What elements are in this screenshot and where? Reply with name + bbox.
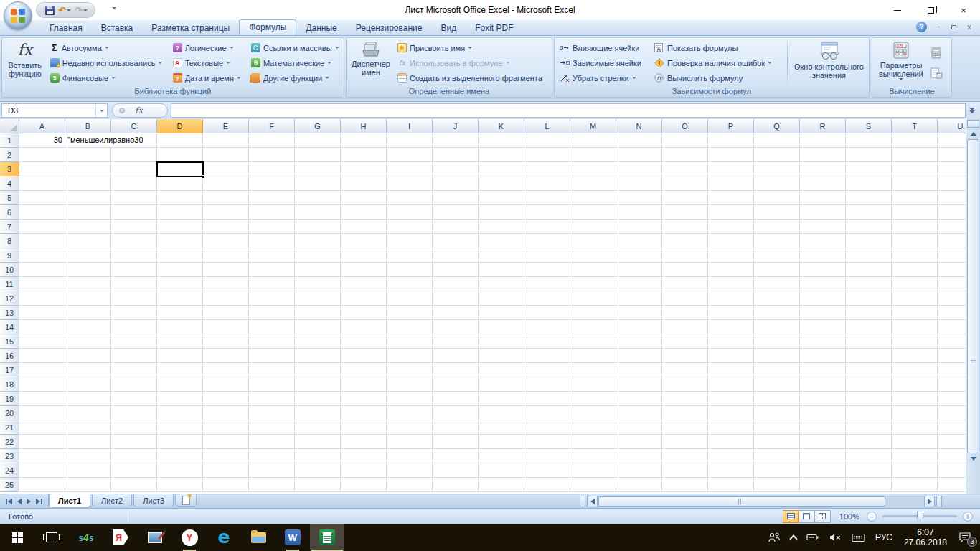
- cell-O15[interactable]: [662, 334, 708, 349]
- fill-handle[interactable]: [202, 175, 205, 179]
- cell-Q21[interactable]: [754, 420, 800, 435]
- cell-O2[interactable]: [662, 148, 708, 162]
- cell-B25[interactable]: [65, 478, 111, 492]
- cell-Q11[interactable]: [754, 277, 800, 291]
- cell-J19[interactable]: [433, 392, 479, 406]
- cell-D8[interactable]: [157, 234, 203, 248]
- cell-A16[interactable]: [19, 349, 65, 363]
- column-header-D[interactable]: D: [157, 119, 203, 133]
- cell-S3[interactable]: [846, 162, 892, 176]
- cell-D14[interactable]: [157, 320, 203, 334]
- cell-F13[interactable]: [249, 306, 295, 320]
- cell-L4[interactable]: [524, 176, 570, 191]
- cell-N23[interactable]: [616, 449, 662, 463]
- cell-E12[interactable]: [203, 291, 249, 306]
- tab-page-layout[interactable]: Разметка страницы: [142, 21, 239, 35]
- taskbar-app-word[interactable]: W: [275, 524, 310, 551]
- cell-T3[interactable]: [892, 162, 938, 176]
- cell-C20[interactable]: [111, 406, 157, 420]
- cell-C17[interactable]: [111, 363, 157, 377]
- cell-F22[interactable]: [249, 435, 295, 449]
- cell-L23[interactable]: [524, 449, 570, 463]
- row-header-13[interactable]: 13: [0, 306, 19, 320]
- redo-button[interactable]: ↷: [75, 6, 88, 15]
- cell-B11[interactable]: [65, 277, 111, 291]
- volume-button[interactable]: [824, 524, 847, 551]
- cell-E7[interactable]: [203, 220, 249, 234]
- cell-P2[interactable]: [708, 148, 754, 162]
- cell-B8[interactable]: [65, 234, 111, 248]
- cell-I21[interactable]: [387, 420, 433, 435]
- cell-P12[interactable]: [708, 291, 754, 306]
- cell-E9[interactable]: [203, 248, 249, 263]
- select-all-corner[interactable]: [0, 119, 19, 133]
- cell-R24[interactable]: [800, 463, 846, 478]
- cell-S24[interactable]: [846, 463, 892, 478]
- show-formulas-button[interactable]: fx Показать формулы: [652, 41, 783, 55]
- cell-M6[interactable]: [570, 205, 616, 220]
- cell-J22[interactable]: [433, 435, 479, 449]
- cell-H24[interactable]: [341, 463, 387, 478]
- cell-G22[interactable]: [295, 435, 341, 449]
- cell-O10[interactable]: [662, 263, 708, 277]
- cell-A17[interactable]: [19, 363, 65, 377]
- cell-U3[interactable]: [938, 162, 966, 176]
- cell-E20[interactable]: [203, 406, 249, 420]
- cell-K25[interactable]: [479, 478, 524, 492]
- cell-M10[interactable]: [570, 263, 616, 277]
- cell-C21[interactable]: [111, 420, 157, 435]
- cell-Q17[interactable]: [754, 363, 800, 377]
- undo-button[interactable]: ↶: [58, 6, 71, 15]
- cell-F6[interactable]: [249, 205, 295, 220]
- cell-H4[interactable]: [341, 176, 387, 191]
- cell-A9[interactable]: [19, 248, 65, 263]
- cell-D16[interactable]: [157, 349, 203, 363]
- cell-I9[interactable]: [387, 248, 433, 263]
- cell-T25[interactable]: [892, 478, 938, 492]
- cell-I22[interactable]: [387, 435, 433, 449]
- cell-T23[interactable]: [892, 449, 938, 463]
- cell-I15[interactable]: [387, 334, 433, 349]
- column-header-O[interactable]: O: [662, 119, 708, 133]
- horizontal-scrollbar[interactable]: [580, 496, 942, 507]
- cell-K20[interactable]: [479, 406, 524, 420]
- column-header-M[interactable]: M: [570, 119, 616, 133]
- cell-K24[interactable]: [479, 463, 524, 478]
- cell-J12[interactable]: [433, 291, 479, 306]
- row-header-18[interactable]: 18: [0, 377, 19, 392]
- cell-L16[interactable]: [524, 349, 570, 363]
- cell-O23[interactable]: [662, 449, 708, 463]
- cell-R6[interactable]: [800, 205, 846, 220]
- page-layout-view-button[interactable]: [798, 510, 815, 523]
- cell-B2[interactable]: [65, 148, 111, 162]
- cell-T4[interactable]: [892, 176, 938, 191]
- cell-O20[interactable]: [662, 406, 708, 420]
- cell-O25[interactable]: [662, 478, 708, 492]
- cell-U23[interactable]: [938, 449, 966, 463]
- zoom-slider-track[interactable]: [882, 515, 957, 517]
- cell-S12[interactable]: [846, 291, 892, 306]
- cell-I8[interactable]: [387, 234, 433, 248]
- cell-H13[interactable]: [341, 306, 387, 320]
- cell-K5[interactable]: [479, 191, 524, 205]
- cell-K23[interactable]: [479, 449, 524, 463]
- cell-O11[interactable]: [662, 277, 708, 291]
- cell-D12[interactable]: [157, 291, 203, 306]
- cell-P18[interactable]: [708, 377, 754, 392]
- insert-worksheet-button[interactable]: [175, 494, 197, 507]
- touch-keyboard-button[interactable]: [847, 524, 870, 551]
- cell-P15[interactable]: [708, 334, 754, 349]
- cell-R19[interactable]: [800, 392, 846, 406]
- cell-A18[interactable]: [19, 377, 65, 392]
- sheet-tab-list1[interactable]: Лист1: [49, 494, 90, 508]
- cell-L12[interactable]: [524, 291, 570, 306]
- column-header-G[interactable]: G: [295, 119, 341, 133]
- cell-Q8[interactable]: [754, 234, 800, 248]
- cell-I2[interactable]: [387, 148, 433, 162]
- customize-qat-button[interactable]: [109, 6, 118, 15]
- column-header-L[interactable]: L: [524, 119, 570, 133]
- action-center-button[interactable]: 3: [953, 524, 980, 551]
- cell-D18[interactable]: [157, 377, 203, 392]
- cell-T12[interactable]: [892, 291, 938, 306]
- cell-A25[interactable]: [19, 478, 65, 492]
